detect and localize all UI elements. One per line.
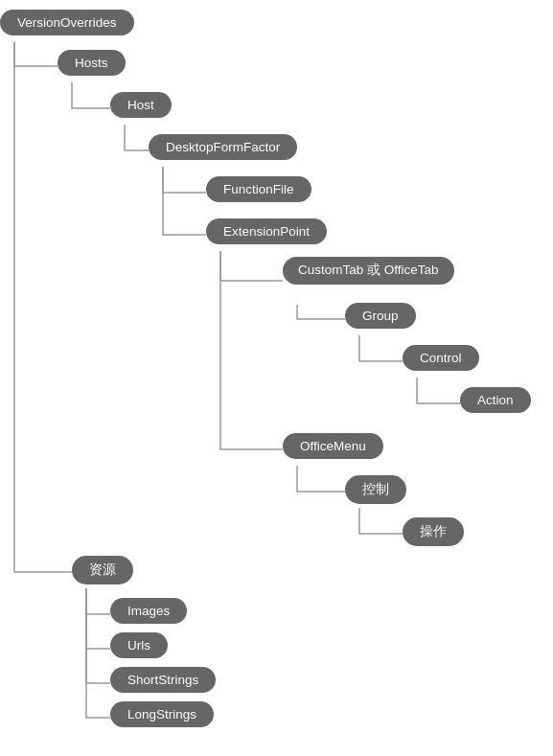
tree-node-desktopFormFactor: DesktopFormFactor bbox=[149, 134, 297, 160]
tree-node-functionFile: FunctionFile bbox=[206, 176, 311, 202]
tree-node-extensionPoint: ExtensionPoint bbox=[206, 218, 327, 244]
tree-node-resources: 资源 bbox=[72, 556, 133, 584]
tree-node-customTabOrOfficeTab: CustomTab 或 OfficeTab bbox=[283, 257, 454, 285]
tree-node-action2: 操作 bbox=[403, 517, 464, 546]
tree-node-images: Images bbox=[110, 598, 187, 624]
tree-node-control: Control bbox=[403, 345, 479, 371]
tree-node-shortStrings: ShortStrings bbox=[110, 667, 216, 693]
tree-node-versionOverrides: VersionOverrides bbox=[0, 10, 134, 35]
tree-node-action: Action bbox=[460, 387, 531, 413]
tree-node-group: Group bbox=[345, 303, 416, 329]
tree-node-hosts: Hosts bbox=[58, 50, 126, 76]
tree-node-control2: 控制 bbox=[345, 475, 406, 504]
tree-node-host: Host bbox=[110, 92, 172, 118]
tree-node-urls: Urls bbox=[110, 632, 168, 658]
tree-diagram bbox=[0, 0, 553, 756]
tree-node-officeMenu: OfficeMenu bbox=[283, 433, 383, 459]
tree-node-longStrings: LongStrings bbox=[110, 701, 214, 727]
